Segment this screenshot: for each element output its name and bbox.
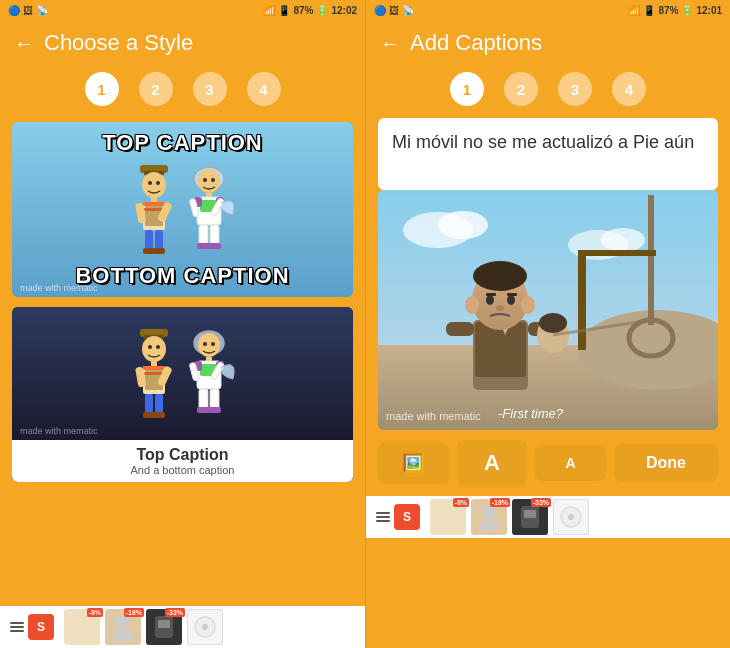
status-icons-right: 🔵 🖼 📡 [374, 5, 414, 16]
svg-rect-5 [151, 197, 157, 202]
done-button[interactable]: Done [614, 444, 718, 482]
page-title-left: Choose a Style [44, 30, 193, 56]
svg-rect-20 [206, 193, 212, 197]
svg-point-84 [486, 295, 494, 305]
svg-rect-61 [208, 407, 221, 413]
product-badge-2-left: -18% [124, 608, 144, 617]
svg-point-83 [473, 261, 527, 291]
signal-icon-r: 📱 [643, 5, 655, 16]
svg-point-34 [148, 345, 152, 349]
step-4-right[interactable]: 4 [612, 72, 646, 106]
step-1-left[interactable]: 1 [85, 72, 119, 106]
step-3-left[interactable]: 3 [193, 72, 227, 106]
caption-toolbar: 🖼️ A A Done [366, 430, 730, 496]
shopee-logo-left[interactable]: S [4, 612, 60, 642]
step-2-left[interactable]: 2 [139, 72, 173, 106]
time-right: 12:01 [696, 5, 722, 16]
svg-rect-38 [143, 366, 165, 370]
product-2-left[interactable]: -18% [105, 609, 141, 645]
caption-text: Mi móvil no se me actualizó a Pie aún [392, 132, 694, 152]
battery-right: 87% [658, 5, 678, 16]
svg-rect-87 [507, 293, 517, 296]
svg-rect-51 [206, 357, 212, 361]
image-icon-status: 🖼 [23, 5, 33, 16]
back-button-right[interactable]: ← [380, 32, 400, 55]
meme-image-right: made with mematic -First time? [378, 190, 718, 430]
svg-text:made with mematic: made with mematic [386, 410, 481, 422]
svg-point-70 [438, 211, 488, 239]
font-size-small-button[interactable]: A [535, 445, 606, 481]
product-2-right[interactable]: -18% [471, 499, 507, 535]
step-3-right[interactable]: 3 [558, 72, 592, 106]
shopee-bar-right: S -8% -18% -33% [366, 496, 730, 538]
status-bar-right: 🔵 🖼 📡 📶 📱 87% 🔋 12:01 [366, 0, 730, 20]
svg-rect-67 [202, 624, 208, 630]
svg-point-49 [203, 342, 207, 346]
font-size-large-button[interactable]: A [457, 440, 528, 486]
step-2-right[interactable]: 2 [504, 72, 538, 106]
meme2-text-area: Top Caption And a bottom caption [12, 440, 353, 482]
image-picker-button[interactable]: 🖼️ [378, 442, 449, 484]
svg-point-99 [479, 520, 499, 532]
product-1-right[interactable]: -8% [430, 499, 466, 535]
status-bar-left: 🔵 🖼 📡 📶 📱 87% 🔋 12:02 [0, 0, 365, 20]
woody-buzz-svg [123, 160, 243, 260]
svg-point-90 [521, 296, 535, 314]
header-right: ← Add Captions [366, 20, 730, 64]
svg-rect-75 [648, 195, 654, 325]
product-4-left[interactable] [187, 609, 223, 645]
svg-rect-36 [151, 361, 157, 366]
meme2-top-caption: Top Caption [22, 446, 343, 464]
meme2-bottom-caption: And a bottom caption [22, 464, 343, 476]
header-left: ← Choose a Style [0, 20, 365, 64]
svg-rect-91 [446, 322, 474, 336]
svg-rect-78 [578, 250, 656, 256]
meme1-figures [123, 160, 243, 260]
svg-rect-101 [524, 510, 536, 518]
cast-icon: 📡 [36, 5, 48, 16]
shopee-logo-right[interactable]: S [370, 502, 426, 532]
battery-left: 87% [293, 5, 313, 16]
battery-icon-r: 🔋 [681, 5, 693, 16]
steps-right: 1 2 3 4 [366, 64, 730, 118]
product-badge-3-left: -33% [165, 608, 185, 617]
product-3-left[interactable]: -33% [146, 609, 182, 645]
svg-point-18 [203, 178, 207, 182]
product-1-left[interactable]: -8% [64, 609, 100, 645]
svg-point-19 [211, 178, 215, 182]
back-button-left[interactable]: ← [14, 32, 34, 55]
meme-card-1[interactable]: TOP CAPTION [12, 122, 353, 297]
product-3-right[interactable]: -33% [512, 499, 548, 535]
svg-point-94 [539, 313, 567, 333]
product-4-right[interactable] [553, 499, 589, 535]
svg-point-62 [116, 615, 130, 629]
shopee-icon-left[interactable]: S [28, 614, 54, 640]
product-badge-1-right: -8% [453, 498, 469, 507]
meme-card-2[interactable]: made with mematic Top Caption And a bott… [12, 307, 353, 482]
svg-rect-103 [568, 514, 574, 520]
svg-point-98 [482, 505, 496, 519]
time-left: 12:02 [331, 5, 357, 16]
meme-scene-svg: made with mematic -First time? [378, 190, 718, 430]
meme1-bottom-caption: BOTTOM CAPTION [75, 263, 289, 289]
shopee-icon-right[interactable]: S [394, 504, 420, 530]
svg-point-2 [142, 172, 166, 198]
hamburger-menu-left[interactable] [10, 622, 24, 632]
svg-text:-First time?: -First time? [498, 406, 564, 421]
svg-point-50 [211, 342, 215, 346]
bluetooth-icon-r: 🔵 [374, 5, 386, 16]
step-1-right[interactable]: 1 [450, 72, 484, 106]
meme1-top-caption: TOP CAPTION [102, 130, 263, 156]
step-4-left[interactable]: 4 [247, 72, 281, 106]
svg-point-63 [113, 630, 133, 642]
hamburger-menu-right[interactable] [376, 512, 390, 522]
meme2-figures-svg [123, 324, 243, 424]
status-right-right: 📶 📱 87% 🔋 12:01 [628, 5, 722, 16]
status-icons-left: 🔵 🖼 📡 [8, 5, 48, 16]
wifi-icon: 📶 [263, 5, 275, 16]
battery-icon: 🔋 [316, 5, 328, 16]
product-badge-2-right: -18% [490, 498, 510, 507]
svg-point-35 [156, 345, 160, 349]
svg-rect-80 [475, 322, 526, 377]
caption-input-area[interactable]: Mi móvil no se me actualizó a Pie aún [378, 118, 718, 190]
